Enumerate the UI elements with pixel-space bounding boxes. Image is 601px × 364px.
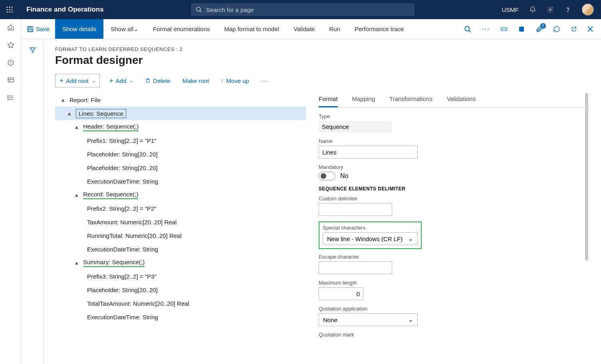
tree-row[interactable]: ▴Summary: Sequence(;)	[55, 256, 306, 269]
command-bar: Save Show details Show all ⌄ Format enum…	[0, 19, 601, 39]
run-button[interactable]: Run	[322, 19, 347, 39]
svg-point-2	[12, 7, 13, 8]
filter-column	[22, 39, 44, 364]
attachment-icon[interactable]: 0	[536, 26, 543, 33]
tree-row[interactable]: Placeholder: String[20..20]	[55, 161, 306, 174]
filter-icon[interactable]	[29, 46, 36, 364]
clock-icon[interactable]	[7, 59, 14, 66]
tree-row[interactable]: TotalTaxAmount: Numeric[20..20] Real	[55, 297, 306, 310]
format-enumerations-button[interactable]: Format enumerations	[146, 19, 217, 39]
tree-row[interactable]: RunningTotal: Numeric[20..20] Real	[55, 229, 306, 242]
close-icon[interactable]	[587, 26, 593, 32]
tree-panel: ▴Report: File ▴Lines: Sequence ▴Header: …	[55, 93, 311, 364]
show-all-button[interactable]: Show all ⌄	[103, 19, 146, 39]
tab-format[interactable]: Format	[319, 93, 338, 107]
workspace-icon[interactable]	[7, 77, 14, 84]
tree-row[interactable]: ExecutionDateTime: String	[55, 242, 306, 256]
svg-point-7	[9, 12, 10, 13]
chevron-down-icon[interactable]: ▴	[73, 259, 80, 266]
svg-point-11	[549, 9, 551, 11]
svg-point-31	[7, 97, 8, 98]
svg-point-12	[567, 11, 568, 12]
tab-mapping[interactable]: Mapping	[352, 93, 375, 107]
quotation-application-label: Quotation application	[319, 306, 590, 312]
help-icon[interactable]	[564, 6, 571, 13]
chevron-down-icon[interactable]: ▴	[73, 124, 80, 130]
tree-row[interactable]: ▴Record: Sequence(;)	[55, 188, 306, 202]
tree-row[interactable]: ExecutionDateTime: String	[55, 310, 306, 324]
delete-button[interactable]: Delete	[143, 76, 173, 86]
content: FORMAT TO LEARN DEFERRED SEQUENCES : 2 F…	[44, 39, 601, 364]
gear-icon[interactable]	[547, 6, 554, 13]
search-icon[interactable]	[464, 26, 471, 33]
mandatory-label: Mandatory	[319, 164, 590, 170]
tree-row[interactable]: ▴Header: Sequence(;)	[55, 120, 306, 134]
office-icon[interactable]	[518, 26, 525, 33]
special-characters-label: Special characters	[323, 225, 418, 231]
tree-row[interactable]: ▴Report: File	[55, 93, 306, 107]
svg-line-10	[200, 11, 202, 12]
show-details-button[interactable]: Show details	[55, 19, 103, 39]
svg-point-19	[465, 26, 469, 31]
add-root-button[interactable]: +Add root⌄	[55, 74, 100, 87]
tree-row[interactable]: Placeholder: String[20..20]	[55, 147, 306, 161]
star-icon[interactable]	[7, 42, 14, 49]
custom-delimiter-input[interactable]	[319, 203, 392, 216]
quotation-application-select[interactable]: None ⌄	[319, 313, 418, 326]
avatar[interactable]	[582, 4, 594, 16]
svg-point-9	[196, 7, 200, 11]
map-format-to-model-button[interactable]: Map format to model	[217, 19, 287, 39]
svg-rect-24	[8, 78, 14, 82]
move-up-button[interactable]: ↑Move up	[218, 76, 252, 86]
tree-row[interactable]: Prefix2: String[2..2] = "P2"	[55, 202, 306, 215]
link-icon[interactable]	[500, 26, 508, 33]
refresh-icon[interactable]	[553, 26, 560, 33]
svg-point-3	[7, 9, 8, 10]
mandatory-toggle[interactable]	[319, 172, 335, 180]
search-placeholder: Search for a page	[206, 6, 254, 13]
properties-panel: Format Mapping Transformations Validatio…	[311, 93, 590, 364]
tree-row[interactable]: Prefix3: String[2..2] = "P3"	[55, 269, 306, 283]
escape-character-label: Escape character	[319, 254, 590, 260]
chevron-down-icon[interactable]: ▴	[60, 97, 66, 103]
more-icon[interactable]: ···	[482, 25, 490, 33]
waffle-icon[interactable]	[0, 6, 19, 13]
add-button[interactable]: +Add⌄	[107, 75, 136, 86]
make-root-button[interactable]: Make root	[180, 76, 212, 86]
svg-rect-17	[29, 26, 31, 28]
page-title: Format designer	[55, 54, 590, 67]
legal-entity[interactable]: USMF	[502, 6, 519, 13]
validate-button[interactable]: Validate	[286, 19, 322, 39]
special-characters-select[interactable]: New line - Windows (CR LF) ⌄	[323, 232, 418, 245]
tree-more-icon[interactable]: ···	[259, 76, 271, 86]
tab-transformations[interactable]: Transformations	[389, 93, 432, 107]
tree-row-selected[interactable]: ▴Lines: Sequence	[55, 107, 306, 120]
svg-point-0	[7, 7, 8, 8]
tab-validations[interactable]: Validations	[447, 93, 476, 107]
popout-icon[interactable]	[571, 26, 577, 32]
chevron-down-icon[interactable]: ▴	[66, 110, 73, 117]
bell-icon[interactable]	[529, 6, 536, 13]
maximum-length-input[interactable]	[319, 287, 363, 300]
search-input[interactable]: Search for a page	[191, 3, 415, 16]
tree-row[interactable]: ExecutionDateTime: String	[55, 174, 306, 188]
tree-row[interactable]: Prefix1: String[2..2] = "P1"	[55, 134, 306, 147]
escape-character-input[interactable]	[319, 261, 392, 274]
scrollbar[interactable]	[585, 93, 588, 261]
tree-toolbar: +Add root⌄ +Add⌄ Delete Make root ↑Move …	[55, 74, 590, 87]
save-button[interactable]: Save	[22, 19, 55, 39]
special-characters-highlight: Special characters New line - Windows (C…	[319, 222, 422, 249]
home-icon[interactable]	[7, 24, 14, 31]
tree-row[interactable]: Placeholder: String[20..20]	[55, 283, 306, 297]
top-header: Finance and Operations Search for a page…	[0, 0, 601, 19]
svg-rect-18	[29, 30, 32, 32]
svg-line-20	[469, 30, 471, 32]
list-icon[interactable]	[7, 94, 14, 101]
header-right: USMF	[502, 4, 601, 16]
quotation-mark-label: Quotation mark	[319, 332, 590, 338]
chevron-down-icon[interactable]: ▴	[73, 192, 80, 198]
tree-row[interactable]: TaxAmount: Numeric[20..20] Real	[55, 215, 306, 229]
name-input[interactable]	[319, 146, 418, 158]
performance-trace-button[interactable]: Performance trace	[347, 19, 411, 39]
left-rail	[0, 19, 22, 364]
